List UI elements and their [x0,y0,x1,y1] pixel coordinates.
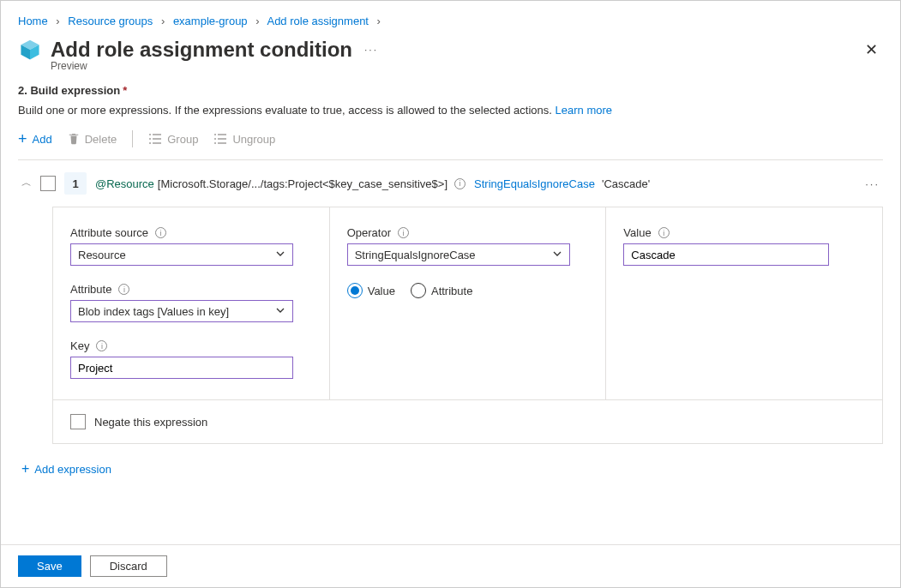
collapse-icon[interactable]: ︿ [21,176,32,190]
crumb-home[interactable]: Home [18,15,48,27]
expression-editor: Attribute source i Resource Attribute i [52,207,883,444]
token-operator: StringEqualsIgnoreCase [474,177,595,190]
page-title: Add role assignment condition [51,38,352,62]
expression-more-button[interactable]: ··· [865,177,883,190]
expression-index-badge: 1 [64,172,87,195]
attribute-select[interactable]: Blob index tags [Values in key] [70,300,293,322]
col-value: Value i [606,207,882,399]
radio-value[interactable]: Value [347,283,395,298]
delete-button[interactable]: Delete [68,133,117,146]
save-button[interactable]: Save [18,555,81,577]
group-button[interactable]: Group [148,133,198,146]
negate-checkbox[interactable] [70,414,86,429]
info-icon[interactable]: i [658,227,670,238]
token-value: 'Cascade' [602,177,650,190]
negate-label: Negate this expression [94,416,207,429]
operator-label: Operator i [347,226,589,239]
discard-button[interactable]: Discard [90,555,167,577]
group-icon [148,133,162,145]
token-bracket: [Microsoft.Storage/.../tags:Project<$key… [158,177,447,190]
attr-source-select[interactable]: Resource [70,243,293,266]
ungroup-button-label: Ungroup [232,133,275,146]
required-marker: * [123,84,127,97]
add-button[interactable]: Add [18,131,52,147]
compare-mode-radio: Value Attribute [347,283,589,298]
expression-header: ︿ 1 @Resource[Microsoft.Storage/.../tags… [21,167,883,200]
radio-attribute[interactable]: Attribute [411,283,472,298]
crumb-example-group[interactable]: example-group [173,15,248,27]
section-heading: 2. Build expression* [18,84,883,97]
plus-icon: + [21,461,29,477]
radio-attribute-label: Attribute [431,285,472,297]
chevron-down-icon [552,249,562,261]
close-icon[interactable]: ✕ [860,40,883,59]
crumb-add-role-assignment[interactable]: Add role assignment [267,15,369,27]
chevron-right-icon: › [56,15,59,27]
plus-icon [18,131,27,147]
info-icon[interactable]: i [155,227,166,238]
operator-select[interactable]: StringEqualsIgnoreCase [347,243,570,266]
attribute-value: Blob index tags [Values in key] [78,305,229,318]
operator-value: StringEqualsIgnoreCase [355,249,476,261]
learn-more-link[interactable]: Learn more [556,104,612,117]
page-title-row: Add role assignment condition ··· ✕ [1,34,900,62]
value-label: Value i [623,226,865,239]
info-icon[interactable]: i [118,284,129,295]
title-more-button[interactable]: ··· [364,44,378,56]
breadcrumb: Home › Resource groups › example-group ›… [1,1,900,34]
chevron-right-icon: › [377,15,381,27]
ungroup-button[interactable]: Ungroup [213,133,275,146]
attr-source-label: Attribute source i [70,226,312,239]
value-input[interactable] [623,243,829,266]
toolbar-divider [132,130,133,147]
ungroup-icon [213,133,227,145]
col-operator: Operator i StringEqualsIgnoreCase Value [330,207,607,399]
crumb-resource-groups[interactable]: Resource groups [68,15,153,27]
attribute-label: Attribute i [70,283,312,296]
info-icon[interactable]: i [96,340,107,351]
key-input[interactable] [70,357,293,379]
info-icon[interactable]: i [454,178,466,189]
group-button-label: Group [167,133,198,146]
cube-icon [18,38,42,62]
negate-row: Negate this expression [53,399,882,443]
footer: Save Discard [1,544,900,587]
section-description: Build one or more expressions. If the ex… [18,104,883,117]
chevron-down-icon [275,249,285,261]
key-label: Key i [70,339,312,352]
info-icon[interactable]: i [398,227,409,238]
chevron-right-icon: › [161,15,165,27]
expression-checkbox[interactable] [40,176,56,191]
divider [18,159,883,160]
page-subtitle: Preview [1,60,900,84]
add-button-label: Add [33,133,52,146]
expression-container: ︿ 1 @Resource[Microsoft.Storage/.../tags… [21,167,883,444]
radio-value-label: Value [368,285,395,297]
delete-button-label: Delete [85,133,117,146]
col-attribute: Attribute source i Resource Attribute i [53,207,330,399]
chevron-right-icon: › [255,15,259,27]
expression-toolbar: Add Delete Group Ungroup [18,130,883,147]
add-expression-button[interactable]: + Add expression [21,461,883,477]
expression-summary: @Resource[Microsoft.Storage/.../tags:Pro… [95,177,650,190]
attr-source-value: Resource [78,249,126,261]
chevron-down-icon [275,305,285,318]
trash-icon [68,133,80,145]
section-heading-text: 2. Build expression [18,84,120,97]
add-expression-label: Add expression [34,463,111,476]
token-resource: @Resource [95,177,154,190]
section-description-text: Build one or more expressions. If the ex… [18,104,552,117]
